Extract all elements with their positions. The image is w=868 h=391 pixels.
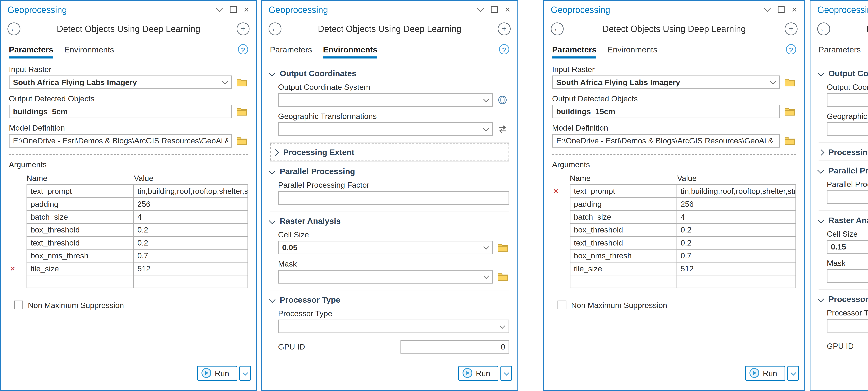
argument-value-cell[interactable] bbox=[677, 275, 796, 288]
geographic-transformations-combo[interactable] bbox=[278, 122, 493, 136]
tab-environments[interactable]: Environments bbox=[608, 41, 657, 59]
pane-options-chevron-icon[interactable] bbox=[214, 4, 225, 16]
browse-folder-icon[interactable] bbox=[235, 134, 248, 147]
output-coordinate-system-combo[interactable] bbox=[827, 93, 868, 107]
run-button[interactable]: Run bbox=[458, 366, 498, 381]
pane-options-chevron-icon[interactable] bbox=[762, 4, 773, 16]
back-button[interactable]: ← bbox=[551, 22, 563, 35]
mask-combo[interactable] bbox=[827, 269, 868, 283]
tab-environments[interactable]: Environments bbox=[323, 41, 377, 59]
parallel-factor-input[interactable] bbox=[278, 191, 509, 205]
transformations-icon[interactable] bbox=[496, 123, 509, 135]
argument-name-cell[interactable]: padding bbox=[27, 197, 134, 211]
argument-value-cell[interactable]: tin,building,roof,rooftop,shelter,str bbox=[134, 184, 248, 198]
section-header-processor-type[interactable]: Processor Type bbox=[270, 290, 509, 308]
back-button[interactable]: ← bbox=[269, 22, 281, 35]
argument-name-cell[interactable]: text_prompt bbox=[27, 184, 134, 198]
open-tool-button[interactable]: + bbox=[785, 22, 798, 35]
nms-checkbox[interactable] bbox=[14, 301, 23, 309]
geographic-transformations-combo[interactable] bbox=[827, 122, 868, 136]
model-definition-input[interactable]: E:\OneDrive - Esri\Demos & Blogs\ArcGIS … bbox=[552, 134, 780, 148]
mask-combo[interactable] bbox=[278, 270, 493, 283]
section-header-parallel-processing[interactable]: Parallel Processing bbox=[818, 161, 868, 179]
input-raster-combo[interactable]: South Africa Flying Labs Imagery bbox=[552, 76, 780, 89]
argument-name-cell[interactable]: batch_size bbox=[570, 210, 677, 223]
float-pane-icon[interactable] bbox=[488, 4, 500, 16]
argument-name-cell[interactable]: tile_size bbox=[27, 262, 134, 275]
help-icon[interactable]: ? bbox=[786, 44, 796, 55]
help-icon[interactable]: ? bbox=[499, 44, 509, 55]
argument-value-cell[interactable]: tin,building,roof,rooftop,shelter,str bbox=[677, 184, 796, 198]
output-coordinate-system-combo[interactable] bbox=[278, 93, 493, 107]
back-button[interactable]: ← bbox=[817, 22, 830, 35]
help-icon[interactable]: ? bbox=[238, 44, 248, 55]
argument-value-cell[interactable]: 0.7 bbox=[134, 249, 248, 262]
browse-folder-icon[interactable] bbox=[783, 134, 796, 147]
argument-name-cell[interactable]: text_threshold bbox=[27, 236, 134, 249]
model-definition-input[interactable]: E:\OneDrive - Esri\Demos & Blogs\ArcGIS … bbox=[9, 134, 232, 148]
section-header-output-coordinates[interactable]: Output Coordinates bbox=[270, 64, 509, 82]
output-objects-input[interactable]: buildings_5cm bbox=[9, 105, 232, 118]
section-header-processor-type[interactable]: Processor Type bbox=[818, 290, 868, 307]
close-pane-icon[interactable]: × bbox=[789, 4, 800, 16]
section-header-parallel-processing[interactable]: Parallel Processing bbox=[270, 162, 509, 180]
argument-value-cell[interactable]: 0.7 bbox=[677, 249, 796, 262]
cell-size-combo[interactable]: 0.05 bbox=[278, 241, 493, 254]
argument-value-cell[interactable] bbox=[134, 275, 248, 288]
tab-parameters[interactable]: Parameters bbox=[818, 41, 861, 59]
argument-name-cell[interactable]: padding bbox=[570, 197, 677, 211]
argument-name-cell[interactable] bbox=[570, 275, 677, 288]
section-header-processing-extent[interactable]: Processing Extent bbox=[270, 143, 509, 160]
browse-folder-icon[interactable] bbox=[235, 106, 248, 118]
close-pane-icon[interactable]: × bbox=[502, 4, 513, 16]
argument-value-cell[interactable]: 0.2 bbox=[134, 223, 248, 237]
browse-folder-icon[interactable] bbox=[496, 241, 509, 253]
globe-icon[interactable] bbox=[496, 94, 509, 106]
argument-name-cell[interactable]: batch_size bbox=[27, 210, 134, 223]
parallel-factor-input[interactable] bbox=[827, 190, 868, 204]
tab-parameters[interactable]: Parameters bbox=[270, 41, 312, 59]
tab-parameters[interactable]: Parameters bbox=[552, 41, 596, 59]
open-tool-button[interactable]: + bbox=[237, 22, 249, 35]
close-pane-icon[interactable]: × bbox=[241, 4, 252, 16]
float-pane-icon[interactable] bbox=[227, 4, 239, 16]
argument-value-cell[interactable]: 256 bbox=[134, 197, 248, 211]
float-pane-icon[interactable] bbox=[775, 4, 787, 16]
argument-name-cell[interactable]: box_nms_thresh bbox=[570, 249, 677, 262]
argument-value-cell[interactable]: 256 bbox=[677, 197, 796, 211]
run-dropdown-button[interactable] bbox=[239, 366, 251, 381]
argument-name-cell[interactable]: box_nms_thresh bbox=[27, 249, 134, 262]
argument-value-cell[interactable]: 4 bbox=[677, 210, 796, 223]
nms-checkbox[interactable] bbox=[558, 301, 566, 309]
run-button[interactable]: Run bbox=[745, 366, 785, 381]
processor-type-combo[interactable] bbox=[827, 319, 868, 332]
argument-name-cell[interactable]: box_threshold bbox=[27, 223, 134, 237]
argument-value-cell[interactable]: 512 bbox=[134, 262, 248, 275]
section-header-raster-analysis[interactable]: Raster Analysis bbox=[818, 211, 868, 229]
remove-argument-icon[interactable]: × bbox=[553, 187, 558, 195]
argument-value-cell[interactable]: 0.2 bbox=[677, 236, 796, 249]
argument-name-cell[interactable]: box_threshold bbox=[570, 223, 677, 237]
argument-value-cell[interactable]: 512 bbox=[677, 262, 796, 275]
section-header-raster-analysis[interactable]: Raster Analysis bbox=[270, 211, 509, 229]
argument-value-cell[interactable]: 0.2 bbox=[677, 223, 796, 237]
input-raster-combo[interactable]: South Africa Flying Labs Imagery bbox=[9, 76, 232, 89]
gpu-id-input[interactable]: 0 bbox=[401, 340, 509, 354]
argument-name-cell[interactable] bbox=[27, 275, 134, 288]
argument-name-cell[interactable]: tile_size bbox=[570, 262, 677, 275]
section-header-processing-extent[interactable]: Processing Extent bbox=[818, 143, 868, 160]
argument-name-cell[interactable]: text_prompt bbox=[570, 184, 677, 198]
run-button[interactable]: Run bbox=[197, 366, 237, 381]
argument-value-cell[interactable]: 4 bbox=[134, 210, 248, 223]
back-button[interactable]: ← bbox=[7, 22, 20, 35]
cell-size-combo[interactable]: 0.15 bbox=[827, 240, 868, 254]
argument-name-cell[interactable]: text_threshold bbox=[570, 236, 677, 249]
browse-folder-icon[interactable] bbox=[235, 76, 248, 88]
processor-type-combo[interactable] bbox=[278, 320, 509, 333]
tab-parameters[interactable]: Parameters bbox=[9, 41, 53, 59]
run-dropdown-button[interactable] bbox=[500, 366, 512, 381]
output-objects-input[interactable]: buildings_15cm bbox=[552, 105, 780, 118]
run-dropdown-button[interactable] bbox=[787, 366, 799, 381]
browse-folder-icon[interactable] bbox=[496, 271, 509, 283]
section-header-output-coordinates[interactable]: Output Coordinates bbox=[818, 64, 868, 82]
